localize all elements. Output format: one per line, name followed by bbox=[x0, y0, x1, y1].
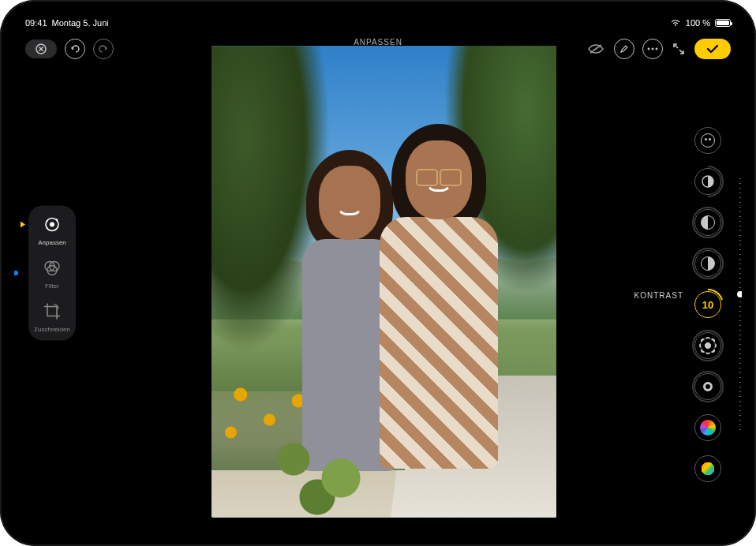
status-date: Montag 5. Juni bbox=[52, 18, 109, 28]
svg-point-8 bbox=[47, 221, 48, 223]
svg-point-9 bbox=[47, 228, 48, 230]
redo-button[interactable] bbox=[93, 39, 114, 59]
adjust-selected-label: KONTRAST bbox=[634, 291, 694, 300]
adjust-auto[interactable] bbox=[694, 127, 721, 154]
filters-icon bbox=[41, 257, 63, 279]
tool-adjust[interactable]: Anpassen bbox=[28, 214, 76, 246]
more-button[interactable] bbox=[642, 39, 663, 59]
adjust-contrast[interactable]: 10 bbox=[694, 291, 721, 318]
tool-filters[interactable]: Filter bbox=[28, 257, 76, 290]
wifi-icon bbox=[670, 19, 681, 27]
svg-point-3 bbox=[652, 48, 654, 50]
home-indicator-dot bbox=[14, 271, 18, 275]
crop-icon bbox=[41, 301, 63, 323]
status-time: 09:41 bbox=[25, 18, 47, 28]
adjust-saturation[interactable] bbox=[694, 414, 721, 441]
svg-point-4 bbox=[656, 48, 658, 50]
edit-tools-dock: Anpassen Filter Zuschneiden bbox=[28, 206, 76, 341]
battery-icon bbox=[715, 19, 731, 27]
adjust-brightness[interactable] bbox=[694, 332, 721, 359]
svg-point-13 bbox=[702, 176, 713, 187]
cancel-button[interactable] bbox=[25, 39, 57, 58]
visibility-toggle-icon[interactable] bbox=[586, 39, 606, 59]
adjust-icon bbox=[41, 214, 63, 236]
undo-button[interactable] bbox=[65, 39, 85, 59]
fullscreen-button[interactable] bbox=[671, 41, 687, 57]
markup-button[interactable] bbox=[614, 39, 634, 59]
svg-point-6 bbox=[50, 223, 54, 227]
adjust-exposure[interactable] bbox=[694, 168, 721, 195]
svg-point-2 bbox=[648, 48, 650, 50]
adjust-highlights[interactable] bbox=[694, 250, 721, 277]
adjust-contrast-value: 10 bbox=[702, 299, 713, 311]
photo-canvas[interactable] bbox=[211, 46, 556, 518]
adjustment-rail: KONTRAST 10 bbox=[627, 101, 721, 508]
adjust-blackpoint[interactable] bbox=[694, 373, 721, 400]
adjust-brilliance[interactable] bbox=[694, 209, 721, 236]
tool-filters-label: Filter bbox=[45, 282, 59, 290]
svg-point-7 bbox=[56, 219, 58, 220]
tool-adjust-label: Anpassen bbox=[38, 239, 66, 246]
tool-crop-label: Zuschneiden bbox=[34, 326, 70, 333]
battery-text: 100 % bbox=[686, 18, 710, 28]
status-bar: 09:41 Montag 5. Juni 100 % bbox=[14, 14, 742, 32]
photo-content bbox=[211, 46, 556, 518]
adjust-slider[interactable] bbox=[735, 178, 742, 431]
done-button[interactable] bbox=[694, 39, 731, 59]
tool-crop[interactable]: Zuschneiden bbox=[28, 301, 76, 333]
slider-thumb[interactable] bbox=[737, 291, 742, 297]
adjust-vibrance[interactable] bbox=[694, 455, 721, 482]
